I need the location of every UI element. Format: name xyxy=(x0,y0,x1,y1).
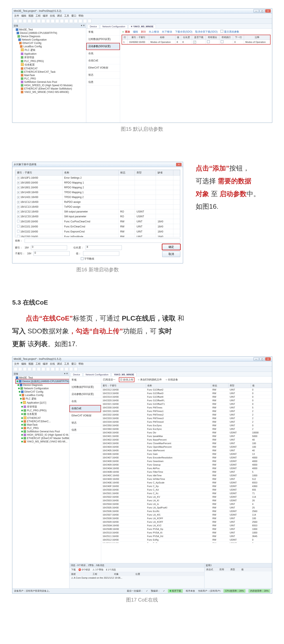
delete-button[interactable]: 删除 xyxy=(141,30,146,34)
side-tab[interactable]: 常规 xyxy=(69,376,101,384)
tree-item[interactable]: LocalBus Config xyxy=(16,394,69,397)
device-tree[interactable]: 设备▾ ✕ Mini3E_TestDevice (AM600-CPU1608TP… xyxy=(13,24,86,122)
tree-item[interactable]: SoftMotion General Axis Pool xyxy=(16,430,69,433)
coe-row[interactable]: 16#2332:16#00Func PiltTimes2RWUINT2 xyxy=(101,413,272,416)
subindex-spinner[interactable]: 0 xyxy=(34,251,70,256)
tree-item[interactable]: Mini3E_Test xyxy=(16,28,86,31)
coe-row[interactable]: 16#2404:16#00Func OpenIMaxPercentRWUDINT… xyxy=(101,445,272,449)
coe-row[interactable]: 16#240E:16#00Func C_KpScaleRWUDINT6553 xyxy=(101,481,272,484)
od-table[interactable]: 索引：子索引名称标志类型缺省 +16#10F1:16#00Error Setti… xyxy=(15,170,180,237)
coe-row[interactable]: 16#2502:16#00Func LA_KVRWUDINT114 xyxy=(101,495,272,499)
tree-item[interactable]: Network Configuration xyxy=(16,387,69,390)
side-tab[interactable]: 信息 xyxy=(86,78,120,86)
tree-item[interactable]: 任务配置 xyxy=(16,63,86,67)
side-tabs[interactable]: 常规过程数据(PDO设置)启动参数(SDO设置)在线在线CoEEtherCAT … xyxy=(69,376,101,563)
coe-row[interactable]: 16#2320:16#00Func G1OffsetFLRWUINT0 xyxy=(101,399,272,402)
coe-row[interactable]: 16#2403:16#00Func CloseMaxPercentRWUINT1… xyxy=(101,442,272,445)
tree-item[interactable]: ETHERCAT (EtherCAT Master SoftMotion) xyxy=(16,87,86,90)
tree-item[interactable]: MainTask xyxy=(16,423,69,426)
coe-row[interactable]: 16#2408:16#00Func GeardownRWUDINT4000 xyxy=(101,460,272,463)
coe-row[interactable]: 16#250B:16#00Func PVSA_KpRWUINT1000 xyxy=(101,527,272,531)
minimize-button[interactable]: — xyxy=(253,357,259,361)
od-row[interactable]: 16#2102:16#00Func EepromCmdRWUINT16#0 xyxy=(15,229,180,234)
value-spinner[interactable] xyxy=(83,251,119,256)
tree-item[interactable]: LocalBus Config xyxy=(16,45,86,48)
minimize-button[interactable]: — xyxy=(253,9,259,12)
menu-item[interactable]: 在线 xyxy=(50,14,55,18)
tree-item[interactable]: SoftMotion General Axis Pool xyxy=(16,80,86,84)
od-row[interactable]: +16#1C33:16#00SM input parameterROUSINT xyxy=(15,214,180,219)
side-tabs[interactable]: 常规过程数据(PDO设置)启动参数(SDO设置)在线在线CoEEtherCAT … xyxy=(86,28,120,122)
tab[interactable]: ✕ YAKO_MS_MINI3E xyxy=(128,24,156,28)
coe-row[interactable]: 16#250A:16#00Func LA_KV2RWUINT6553 xyxy=(101,524,272,527)
coe-row[interactable]: 16#2409:16#00Func GearupRWUDINT4000 xyxy=(101,463,272,466)
coe-row[interactable]: 16#240B:16#00Func FilterTimeRWUINT5 xyxy=(101,470,272,474)
coe-row[interactable]: 16#2331:16#00Func PiltTimes1RWUINT2 xyxy=(101,410,272,413)
od-row[interactable]: +16#1C32:16#00SM output parameterROUSINT xyxy=(15,209,180,214)
coe-row[interactable]: 16#2406:16#00Func GainRWUDINT13 xyxy=(101,452,272,456)
tree-item[interactable]: ETHERCAT xyxy=(16,416,69,420)
coe-row[interactable]: 16#240D:16#00Func InFilterTimeRWUINT512 xyxy=(101,477,272,481)
coe-row[interactable]: 16#2333:16#00Func PiltTimes3RWUINT2 xyxy=(101,416,272,420)
tool-bar[interactable] xyxy=(13,18,272,24)
move-up[interactable]: 向上移动 xyxy=(149,30,159,34)
tab[interactable]: Network Configuration xyxy=(100,24,128,28)
sdo-ops-bar[interactable]: ＋ 添加 编辑 删除 向上移动 向下移动 下载全部(SDO) 取消全部下载(SD… xyxy=(122,30,270,34)
side-tab[interactable]: 在线CoE xyxy=(86,57,120,64)
tree-item[interactable]: PLC_PRG (PRG) xyxy=(16,409,69,412)
tree-item[interactable]: ETHERCAT.EtherC... xyxy=(16,420,69,423)
tree-item[interactable]: Application xyxy=(16,52,86,56)
move-down[interactable]: 向下移动 xyxy=(162,30,172,34)
tree-item[interactable]: ETHERCAT.EtherCAT_Task xyxy=(16,70,86,74)
od-row[interactable]: 16#2100:16#00Func CurPosClearCmdRWUINT16… xyxy=(15,219,180,224)
coe-row[interactable]: 16#2400:16#00Func DivRWUDINT10000 xyxy=(101,431,272,434)
side-tab[interactable]: 在线 xyxy=(69,398,101,405)
coe-row[interactable]: 16#2511:16#00Func PVSA_KdRWUINT3645 xyxy=(101,534,272,538)
menu-item[interactable]: 窗口 xyxy=(71,14,76,18)
side-tab[interactable]: EtherCAT I/O映射 xyxy=(69,412,101,419)
coe-row[interactable]: 16#2360:16#00Func ExcSyncRWUINT2 xyxy=(101,427,272,431)
coe-row[interactable]: 16#2503:16#00Func LA_KIRWUDINT26 xyxy=(101,499,272,502)
coe-row[interactable]: 16#2405:16#00Func IdlePercentRWUINT40 xyxy=(101,449,272,452)
download-all[interactable]: 下载全部(SDO) xyxy=(175,30,192,34)
coe-row[interactable]: 16#2509:16#00Func LA_KOFFRWUINT2560 xyxy=(101,520,272,524)
od-row[interactable]: +16#10F1:16#00Error Settings 2 xyxy=(15,176,180,180)
coe-row[interactable]: 16#2505:16#00Func LA_SpdPosKIRWUINT25 xyxy=(101,506,272,510)
cancel-button[interactable]: 取消 xyxy=(162,251,180,257)
cancel-all[interactable]: 取消全部下载(SDO) xyxy=(195,30,217,34)
coe-toolbar[interactable]: 已阅读这一 ☑ 自动上传 ○ 来自ESI的脱机文件 ○ 在线设备 xyxy=(101,376,272,383)
show-sys-params[interactable]: 显示系统参数 xyxy=(224,30,239,33)
coe-row[interactable]: 16#240A:16#00Func AlrPosRWUDINT4000 xyxy=(101,466,272,470)
tree-item[interactable]: ETHERCAT (EtherCAT Master SoftMo... xyxy=(16,436,69,440)
od-row[interactable]: +16#1600:16#00RPDO Mapping 1 xyxy=(15,180,180,185)
side-tab[interactable]: 过程数据(PDO设置) xyxy=(86,36,120,43)
coe-row[interactable]: 16#2407:16#00Func EncoderResolutionRWUDI… xyxy=(101,456,272,460)
tree-item[interactable]: HIGH_SPEED_IO (High Speed IO M... xyxy=(16,433,69,436)
ok-button[interactable]: 确定 xyxy=(162,244,180,250)
tree-item[interactable]: PLC_PRG xyxy=(16,77,86,80)
coe-row[interactable]: 16#2402:16#00Func IbasePercentRWUINT40 xyxy=(101,438,272,442)
od-row[interactable]: +16#1601:16#00RPDO Mapping 2 xyxy=(15,185,180,190)
side-tab[interactable]: 常规 xyxy=(86,28,120,36)
coe-row[interactable]: 16#2350:16#00Func ExcSyncRWUINT0 xyxy=(101,424,272,427)
close-button[interactable]: ✕ xyxy=(265,9,271,12)
coe-row[interactable]: 16#2513:16#00Func ExCnRWUDINT0 xyxy=(101,542,272,543)
tree-item[interactable]: YAKO_MS_MINI3E (YAKO MS-MI... xyxy=(16,440,69,443)
tree-item[interactable]: 库管理器 xyxy=(16,56,86,60)
od-row[interactable]: +16#1A01:16#00TPDO Mapping 2 xyxy=(15,195,180,200)
coe-row[interactable]: 16#2330:16#00Func PiltTimesRWUINT5 xyxy=(101,406,272,410)
bytearray-check[interactable]: 字节数组 xyxy=(81,257,94,261)
coe-row[interactable]: 16#2314:16#00Func G1Offset4RWUINT0 xyxy=(101,395,272,399)
menu-bar[interactable]: 文件编辑视图工程编译在线调试工具窗口帮助 xyxy=(13,362,272,366)
od-row[interactable]: 16#2200:16#00Func InPosModeRWUINT16#0 xyxy=(15,234,180,238)
menu-item[interactable]: 调试 xyxy=(57,14,62,18)
coe-row[interactable]: 16#2507:16#00Func LA_Kf1RWUDINT114 xyxy=(101,513,272,517)
menu-item[interactable]: 帮助 xyxy=(79,14,84,18)
side-tab[interactable]: 启动参数(SDO设置) xyxy=(69,391,101,398)
watch-pane[interactable]: 监视1 表达式应用类型值 xyxy=(204,563,272,588)
menu-item[interactable]: 编译 xyxy=(43,14,48,18)
index-spinner[interactable]: 0 xyxy=(31,245,67,250)
side-tab[interactable]: 在线 xyxy=(86,50,120,57)
od-row[interactable]: 16#2101:16#00Func ErrClearCmdRWUINT16#0 xyxy=(15,224,180,229)
od-row[interactable]: +16#1A00:16#00TPDO Mapping 1 xyxy=(15,190,180,195)
